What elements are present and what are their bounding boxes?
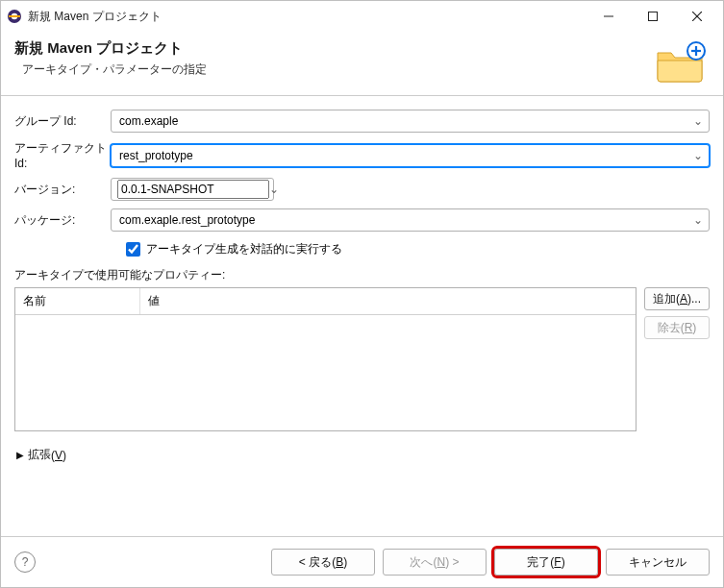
- artifact-id-input[interactable]: [117, 148, 691, 163]
- add-button[interactable]: 追加(A)...: [644, 287, 710, 310]
- maximize-button[interactable]: [631, 2, 675, 31]
- column-header-value[interactable]: 値: [140, 288, 636, 314]
- package-label: パッケージ:: [14, 212, 111, 229]
- window-title: 新規 Maven プロジェクト: [28, 9, 162, 25]
- interactive-checkbox[interactable]: [126, 242, 140, 257]
- dialog-footer: ? < 戻る(B) 次へ(N) > 完了(F) キャンセル: [1, 536, 723, 587]
- version-input[interactable]: [117, 180, 269, 199]
- interactive-checkbox-label[interactable]: アーキタイプ生成を対話的に実行する: [146, 241, 342, 257]
- svg-rect-2: [9, 15, 20, 17]
- app-icon: [7, 9, 22, 24]
- page-title: 新規 Maven プロジェクト: [14, 39, 652, 58]
- version-field[interactable]: ⌄: [111, 178, 274, 201]
- group-id-input[interactable]: [117, 113, 691, 129]
- expander-triangle-icon: ▶: [16, 450, 24, 460]
- next-button: 次へ(N) >: [383, 549, 487, 576]
- advanced-expander[interactable]: ▶ 拡張(V): [16, 447, 710, 463]
- chevron-down-icon[interactable]: ⌄: [691, 149, 705, 162]
- dialog-header: 新規 Maven プロジェクト アーキタイプ・パラメーターの指定: [1, 32, 723, 96]
- group-id-label: グループ Id:: [14, 113, 111, 130]
- remove-button: 除去(R): [644, 316, 710, 339]
- close-button[interactable]: [675, 2, 719, 31]
- group-id-field[interactable]: ⌄: [111, 110, 710, 133]
- artifact-id-field[interactable]: ⌄: [111, 144, 710, 167]
- svg-rect-4: [649, 12, 658, 21]
- chevron-down-icon[interactable]: ⌄: [269, 183, 279, 196]
- back-button[interactable]: < 戻る(B): [271, 549, 375, 576]
- titlebar: 新規 Maven プロジェクト: [1, 1, 723, 32]
- properties-caption: アーキタイプで使用可能なプロパティー:: [14, 267, 710, 283]
- version-label: バージョン:: [14, 182, 111, 198]
- help-icon[interactable]: ?: [14, 551, 36, 573]
- page-subtitle: アーキタイプ・パラメーターの指定: [14, 61, 652, 78]
- package-input[interactable]: [117, 212, 691, 228]
- dialog-window: 新規 Maven プロジェクト 新規 Maven プロジェクト アーキタイプ・パ…: [0, 0, 724, 588]
- artifact-id-label: アーティファクト Id:: [14, 140, 111, 170]
- cancel-button[interactable]: キャンセル: [606, 549, 710, 576]
- column-header-name[interactable]: 名前: [15, 288, 140, 314]
- properties-table[interactable]: 名前 値: [14, 287, 637, 431]
- properties-table-body: [15, 315, 636, 430]
- chevron-down-icon[interactable]: ⌄: [691, 213, 705, 227]
- form-area: グループ Id: ⌄ アーティファクト Id: ⌄ バージョン: ⌄ パッケージ…: [1, 96, 723, 463]
- new-project-icon: [652, 39, 710, 86]
- minimize-button[interactable]: [587, 2, 631, 31]
- chevron-down-icon[interactable]: ⌄: [691, 114, 705, 128]
- package-field[interactable]: ⌄: [111, 208, 710, 232]
- finish-button[interactable]: 完了(F): [494, 549, 598, 576]
